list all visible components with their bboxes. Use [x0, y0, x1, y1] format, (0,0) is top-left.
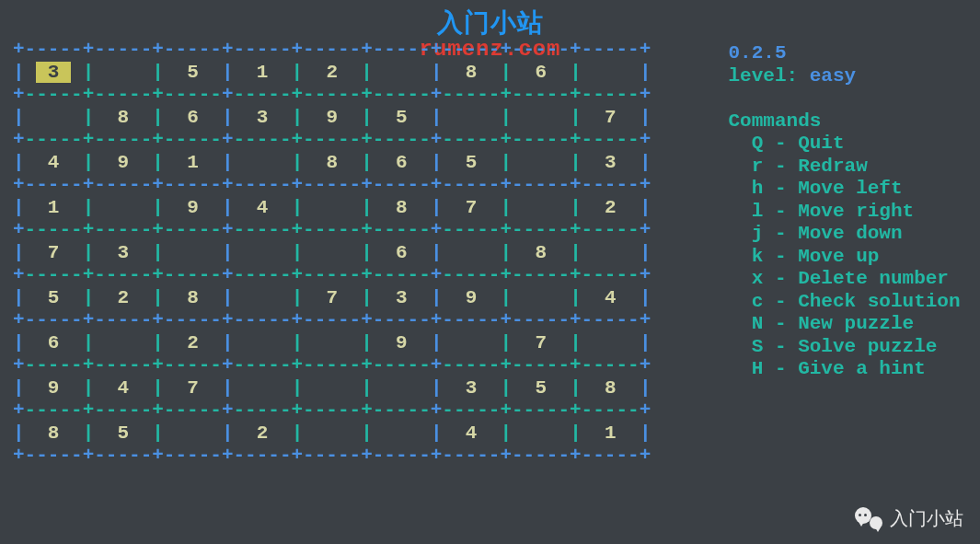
command-line: l - Move right [729, 201, 961, 224]
watermark: 入门小站 [855, 505, 963, 531]
level-line: level: easy [729, 65, 961, 88]
branding-title-cn: 入门小站 [0, 0, 980, 41]
command-line: h - Move left [729, 178, 961, 201]
commands-list: Q - Quit r - Redraw h - Move left l - Mo… [729, 133, 961, 381]
commands-header: Commands [729, 110, 961, 133]
command-line: S - Solve puzzle [729, 336, 961, 359]
sudoku-grid[interactable]: +-----+-----+-----+-----+-----+-----+---… [13, 39, 651, 468]
command-line: N - New puzzle [729, 313, 961, 336]
wechat-icon [855, 505, 882, 531]
version-line: 0.2.5 [729, 42, 961, 65]
command-line: x - Delete number [729, 268, 961, 291]
command-line: r - Redraw [729, 156, 961, 179]
command-line: Q - Quit [729, 133, 961, 156]
command-line: k - Move up [729, 246, 961, 269]
watermark-text: 入门小站 [890, 506, 963, 531]
command-line: H - Give a hint [729, 358, 961, 381]
command-line: c - Check solution [729, 291, 961, 314]
blank-line [729, 87, 961, 110]
command-line: j - Move down [729, 223, 961, 246]
